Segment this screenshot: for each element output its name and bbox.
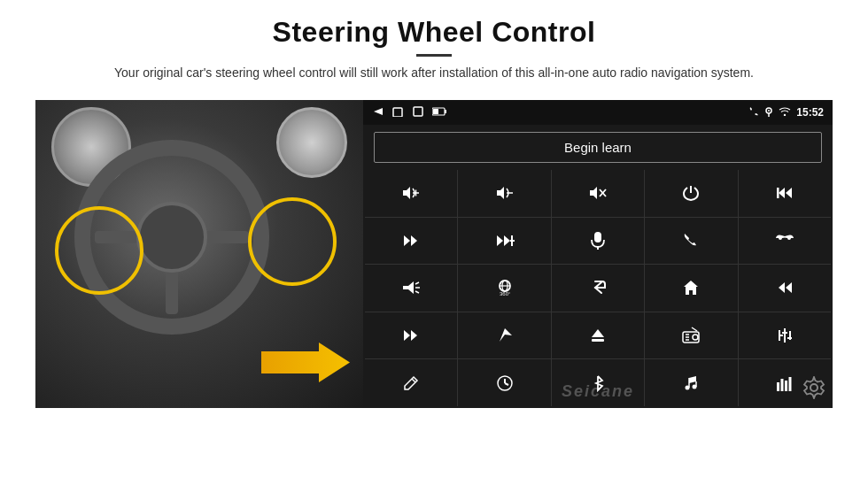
svg-marker-25 [504,235,510,246]
svg-text:360°: 360° [500,291,511,296]
nav-icons [372,106,448,119]
svg-marker-20 [786,188,792,198]
battery-icon [432,107,448,118]
svg-marker-30 [403,281,414,294]
bluetooth-button[interactable] [552,359,644,406]
svg-marker-11 [403,187,410,199]
control-buttons-grid: 360° [365,170,831,406]
svg-marker-41 [404,330,410,341]
svg-marker-16 [590,187,597,199]
svg-rect-6 [433,109,438,114]
svg-line-31 [415,282,419,284]
highlight-circle-right [248,197,337,286]
wifi-icon [779,107,791,118]
content-area: 15:52 Begin learn [35,100,833,408]
svg-rect-45 [592,339,604,342]
svg-marker-43 [500,328,512,342]
pen-button[interactable] [365,359,457,406]
svg-line-58 [412,379,415,382]
vol-up-button[interactable] [365,170,457,217]
music-note-button[interactable] [645,359,737,406]
svg-point-10 [784,114,786,116]
phone-call-button[interactable] [645,218,737,265]
power-button[interactable] [645,170,737,217]
svg-marker-1 [374,108,383,115]
android-ui: 15:52 Begin learn [363,100,833,408]
highlight-circle-left [55,206,143,295]
navigate-button[interactable] [458,312,550,359]
svg-marker-23 [411,235,417,246]
steering-wheel-image [35,100,363,408]
skip-back2-button[interactable] [739,265,831,312]
mic-button[interactable] [552,218,644,265]
vol-down-button[interactable] [458,170,550,217]
begin-learn-row: Begin learn [363,125,833,170]
mute-button[interactable] [552,170,644,217]
end-call-button[interactable] [739,218,831,265]
svg-point-70 [810,384,818,391]
svg-marker-19 [779,188,785,198]
svg-marker-38 [684,281,698,295]
svg-rect-5 [445,110,446,113]
svg-marker-42 [411,330,417,341]
svg-line-51 [692,327,697,331]
svg-marker-0 [261,343,350,382]
svg-rect-67 [780,379,783,391]
svg-rect-66 [777,382,779,391]
next-track-button[interactable] [365,218,457,265]
360-button[interactable]: 360° [458,265,550,312]
svg-marker-24 [497,235,503,246]
svg-point-8 [768,110,770,112]
svg-marker-44 [592,329,604,337]
skip-next2-button[interactable] [365,312,457,359]
phone-icon [748,106,759,119]
location-icon [764,106,773,119]
nav-back-icon [372,106,383,119]
page-title: Steering Wheel Control [114,16,754,49]
title-divider [416,54,452,57]
svg-marker-22 [404,235,410,246]
begin-learn-button[interactable]: Begin learn [374,132,822,163]
time-display: 15:52 [796,106,824,119]
nav-home-icon [391,106,404,119]
svg-rect-3 [414,107,422,116]
svg-rect-2 [393,108,402,117]
svg-marker-40 [786,282,792,293]
svg-point-65 [693,384,697,389]
svg-point-64 [686,385,690,389]
equalizer-button[interactable] [739,312,831,359]
svg-line-33 [415,291,419,293]
home-button[interactable] [645,265,737,312]
eject-button[interactable] [552,312,644,359]
radio-button[interactable] [645,312,737,359]
arrow-indicator [261,338,350,390]
svg-marker-39 [779,282,785,293]
status-right: 15:52 [748,106,824,119]
svg-rect-69 [788,377,791,391]
settings-gear-icon[interactable] [802,376,825,404]
svg-rect-68 [785,381,787,391]
horn-button[interactable] [365,265,457,312]
svg-rect-46 [683,332,699,343]
svg-rect-28 [594,232,601,242]
prev-track-button[interactable] [739,170,831,217]
back-button[interactable] [552,265,644,312]
nav-recent-icon [413,106,423,119]
svg-point-47 [693,335,698,340]
subtitle: Your original car's steering wheel contr… [114,64,754,82]
status-bar: 15:52 [363,100,833,125]
clock-button[interactable] [458,359,550,406]
svg-line-61 [505,383,508,385]
fast-forward-button[interactable] [458,218,550,265]
svg-marker-14 [497,187,504,199]
svg-rect-21 [777,188,779,198]
gauge-right [276,107,347,178]
